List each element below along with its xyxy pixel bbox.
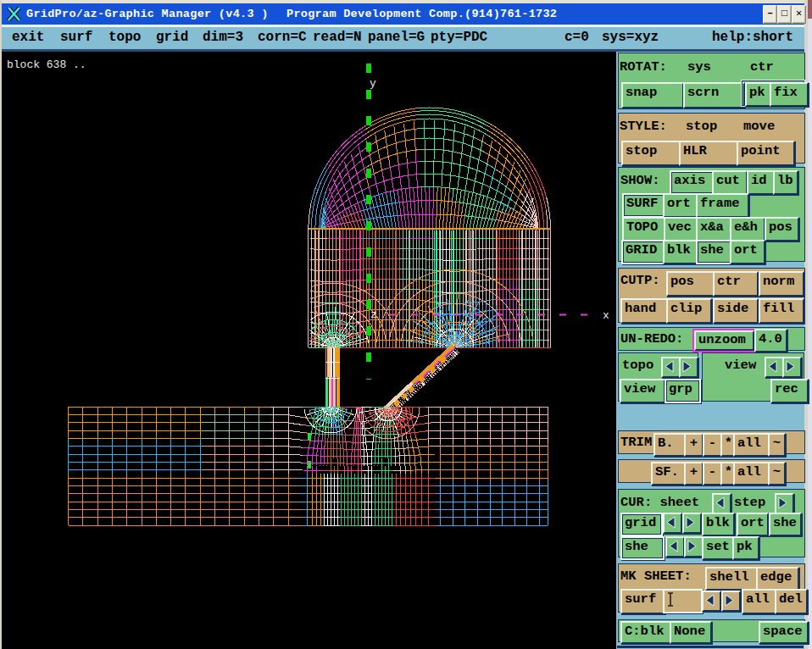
svg-text:y: y xyxy=(370,77,376,90)
svg-text:x: x xyxy=(603,309,609,322)
svg-text:z: z xyxy=(370,308,377,321)
